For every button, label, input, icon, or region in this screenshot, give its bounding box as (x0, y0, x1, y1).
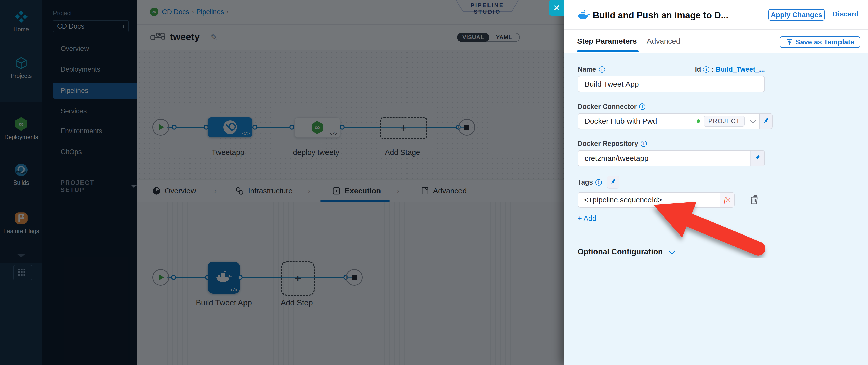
repository-pin-button[interactable] (750, 151, 764, 166)
save-as-template-button[interactable]: Save as Template (780, 36, 860, 48)
id-value[interactable]: Build_Tweet_... (716, 66, 765, 73)
info-icon[interactable]: i (703, 66, 709, 73)
connector-value: Docker Hub with Pwd (585, 117, 697, 125)
pipeline-studio-app: Home Projects ∞ Deployments Builds (0, 0, 868, 365)
delete-tag-button[interactable] (749, 194, 759, 206)
trash-icon (749, 194, 759, 206)
drawer-title: Build and Push an image to D... (593, 10, 728, 21)
connector-pin-button[interactable] (760, 113, 773, 129)
add-tag-link[interactable]: + Add (578, 214, 868, 223)
drawer-tab-bar: Step Parameters Advanced Save as Templat… (564, 30, 868, 53)
template-upload-icon (786, 39, 793, 46)
pin-icon (609, 178, 617, 186)
tab-step-parameters[interactable]: Step Parameters (577, 37, 637, 45)
docker-icon (577, 10, 590, 22)
docker-repository-field (578, 150, 765, 166)
tab-step-advanced[interactable]: Advanced (647, 37, 680, 45)
close-icon: ✕ (553, 3, 560, 12)
pin-icon (754, 154, 761, 162)
scope-badge: PROJECT (704, 116, 745, 127)
info-icon[interactable]: i (595, 179, 602, 185)
chevron-down-icon (750, 117, 756, 123)
tags-pin-button[interactable] (607, 176, 619, 188)
step-id: Id i : Build_Tweet_... (695, 66, 765, 73)
drawer-header: Build and Push an image to D... i Apply … (564, 0, 868, 30)
tags-label: Tags i (578, 179, 602, 186)
docker-repository-input[interactable] (578, 151, 750, 166)
tag-value-field: f(x) (578, 192, 735, 208)
optional-configuration-label: Optional Configuration (578, 247, 663, 256)
docker-connector-field[interactable]: Docker Hub with Pwd PROJECT (578, 113, 868, 129)
id-colon: : (711, 66, 714, 73)
chevron-down-icon (669, 248, 675, 255)
tags-header: Tags i (578, 176, 868, 188)
apply-changes-button[interactable]: Apply Changes (768, 9, 825, 21)
connector-select[interactable]: Docker Hub with Pwd PROJECT (578, 113, 760, 129)
step-config-drawer: Build and Push an image to D... i Apply … (564, 0, 868, 365)
expression-fx-button[interactable]: f(x) (720, 192, 734, 207)
drawer-body: Name i Id i : Build_Tweet_... Docker Con… (564, 53, 868, 365)
name-label: Name i (578, 66, 605, 73)
tag-row: f(x) (578, 192, 868, 208)
connector-status-dot (697, 119, 700, 123)
save-as-template-label: Save as Template (796, 38, 855, 46)
docker-connector-label: Docker Connector i (578, 103, 868, 111)
docker-repository-label: Docker Repository i (578, 140, 868, 148)
close-drawer-button[interactable]: ✕ (549, 0, 564, 16)
name-input[interactable] (578, 76, 765, 92)
info-icon[interactable]: i (599, 66, 605, 73)
drawer-backdrop[interactable] (0, 0, 564, 365)
discard-button[interactable]: Discard (833, 10, 859, 18)
info-icon[interactable]: i (639, 103, 646, 110)
info-icon[interactable]: i (641, 141, 647, 147)
active-tab-underline (577, 51, 639, 52)
name-row: Name i Id i : Build_Tweet_... (578, 66, 765, 73)
optional-configuration-toggle[interactable]: Optional Configuration (578, 247, 868, 256)
tag-input[interactable] (578, 192, 720, 207)
id-label: Id (695, 66, 701, 73)
pin-icon (762, 117, 770, 125)
